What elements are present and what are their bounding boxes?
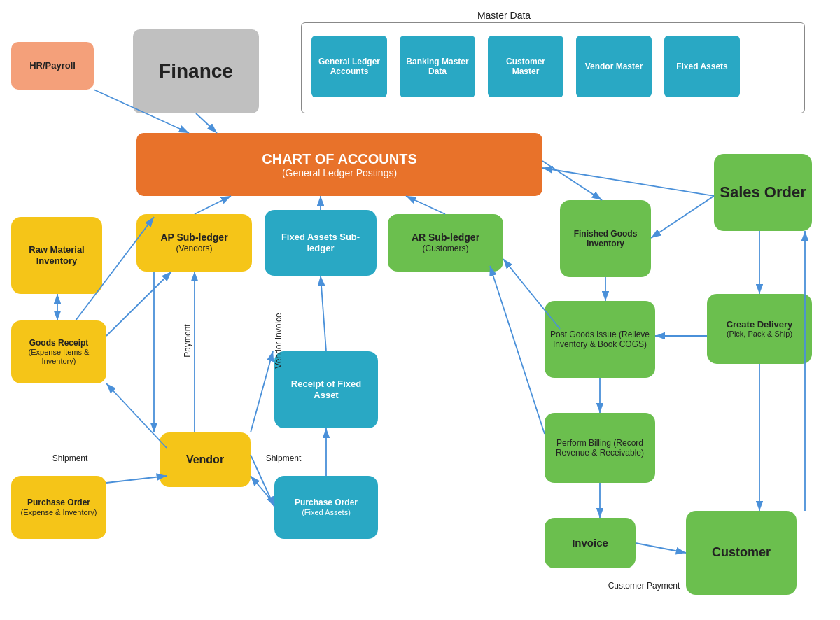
svg-line-11 — [251, 476, 274, 504]
svg-line-13 — [321, 276, 326, 351]
fixed-assets-box: Fixed Assets — [664, 36, 740, 97]
shipment2-label: Shipment — [255, 453, 312, 463]
vendor-box: Vendor — [160, 432, 251, 487]
ap-subledger-box: AP Sub-ledger (Vendors) — [136, 214, 252, 272]
ar-subledger-title: AR Sub-ledger — [412, 232, 479, 244]
customer-box: Customer — [686, 511, 797, 595]
chart-of-accounts-box: CHART OF ACCOUNTS (General Ledger Postin… — [136, 133, 542, 196]
svg-line-16 — [406, 196, 445, 214]
svg-line-8 — [106, 383, 167, 448]
master-data-label: Master Data — [434, 10, 574, 21]
po-fixed-assets-box: Purchase Order (Fixed Assets) — [274, 476, 378, 539]
receipt-fixed-asset-box: Receipt of Fixed Asset — [274, 351, 378, 428]
banking-master-data-box: Banking Master Data — [400, 36, 475, 97]
hr-payroll-box: HR/Payroll — [11, 42, 94, 90]
svg-line-3 — [196, 113, 217, 133]
vendor-invoice-label: Vendor Invoice — [274, 299, 284, 383]
coa-subtitle: (General Ledger Postings) — [282, 167, 397, 179]
goods-receipt-box: Goods Receipt (Expense Items & Inventory… — [11, 320, 106, 383]
svg-line-5 — [106, 272, 172, 336]
po-fa-title: Purchase Order — [295, 498, 358, 507]
ar-subledger-box: AR Sub-ledger (Customers) — [388, 214, 503, 272]
invoice-box: Invoice — [545, 518, 636, 568]
diagram: Master Data General Ledger Accounts Bank… — [0, 0, 840, 620]
raw-material-inventory-box: Raw Material Inventory — [11, 217, 102, 294]
finance-box: Finance — [133, 29, 259, 113]
sales-order-box: Sales Order — [714, 154, 812, 231]
finished-goods-inventory-box: Finished Goods Inventory — [560, 200, 651, 277]
post-goods-issue-box: Post Goods Issue (Relieve Inventory & Bo… — [545, 301, 655, 378]
customer-master-box: Customer Master — [488, 36, 564, 97]
po-title: Purchase Order — [27, 498, 90, 507]
svg-line-29 — [490, 266, 545, 434]
perform-billing-box: Perform Billing (Record Revenue & Receiv… — [545, 413, 655, 483]
master-data-container: General Ledger Accounts Banking Master D… — [301, 22, 805, 113]
coa-title: CHART OF ACCOUNTS — [262, 150, 416, 167]
svg-line-24 — [542, 168, 714, 196]
create-delivery-sub: (Pick, Pack & Ship) — [727, 330, 792, 339]
po-fa-sub: (Fixed Assets) — [302, 508, 351, 517]
svg-line-27 — [542, 161, 602, 200]
payment-label: Payment — [183, 299, 192, 383]
svg-line-7 — [106, 476, 167, 483]
goods-receipt-sub: (Expense Items & Inventory) — [15, 348, 102, 366]
vendor-master-box: Vendor Master — [576, 36, 652, 97]
svg-line-31 — [251, 351, 273, 432]
po-sub: (Expense & Inventory) — [21, 508, 97, 517]
general-ledger-accounts-box: General Ledger Accounts — [312, 36, 387, 97]
fixed-assets-subledger-box: Fixed Assets Sub-ledger — [265, 210, 377, 276]
create-delivery-title: Create Delivery — [727, 319, 793, 330]
customer-payment-label: Customer Payment — [588, 581, 700, 591]
ap-subledger-title: AP Sub-ledger — [160, 232, 227, 244]
purchase-order-box: Purchase Order (Expense & Inventory) — [11, 476, 106, 539]
create-delivery-box: Create Delivery (Pick, Pack & Ship) — [707, 294, 812, 364]
shipment1-label: Shipment — [42, 453, 98, 463]
svg-line-26 — [651, 196, 714, 238]
ar-subledger-sub: (Customers) — [422, 244, 468, 253]
svg-line-15 — [195, 196, 231, 214]
ap-subledger-sub: (Vendors) — [176, 244, 212, 253]
svg-line-22 — [636, 543, 686, 553]
goods-receipt-title: Goods Receipt — [29, 338, 89, 348]
